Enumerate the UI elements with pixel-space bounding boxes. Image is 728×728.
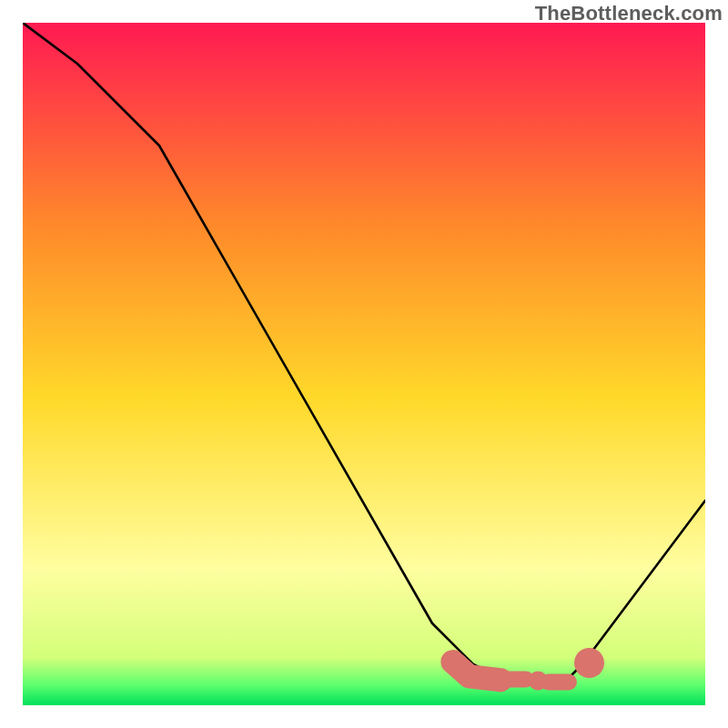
chart-container: TheBottleneck.com bbox=[0, 0, 728, 728]
chart-svg bbox=[23, 23, 705, 705]
marker-dot-2 bbox=[574, 648, 604, 678]
gradient-background bbox=[23, 23, 705, 705]
plot-area bbox=[23, 23, 705, 705]
